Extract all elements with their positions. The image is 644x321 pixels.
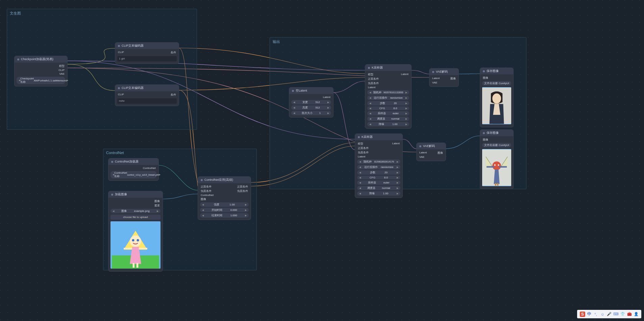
node-title[interactable]: ControlNet应用(高级) [198, 177, 251, 183]
output-mask[interactable]: 遮罩 [154, 204, 160, 207]
node-title[interactable]: 加载图像 [108, 191, 163, 198]
field-cfg[interactable]: ◀CFG8.0▶ [357, 176, 400, 179]
output-latent[interactable]: Latent [401, 73, 408, 76]
node-empty-latent[interactable]: 空Latent Latent ◀宽度512▶ ◀高度512▶ ◀批次大小1▶ [289, 87, 333, 118]
input-latent[interactable]: Latent [432, 77, 440, 80]
field-image-file[interactable]: ◀ 图像 example.png ▶ [110, 209, 160, 213]
field-cfg[interactable]: ◀CFG8.0▶ [367, 106, 409, 110]
field-seed[interactable]: ◀随机种963578161132850▶ [367, 90, 409, 95]
field-denoise[interactable]: ◀降噪1.00▶ [367, 122, 409, 126]
field-seed[interactable]: ◀随机种815902852614176▶ [357, 159, 400, 164]
input-image[interactable]: 图像 [483, 138, 488, 142]
field-prefix[interactable]: 文件名前缀ComfyUI [482, 143, 511, 147]
node-title[interactable]: 空Latent [289, 88, 333, 94]
node-title[interactable]: VAE解码 [417, 143, 446, 149]
input-model[interactable]: 模型 [368, 73, 373, 76]
node-title[interactable]: K采样器 [365, 65, 411, 71]
field-strength[interactable]: ◀强度1.00▶ [200, 202, 249, 207]
ime-voice-icon[interactable]: 🎤 [607, 312, 612, 317]
field-start[interactable]: ◀开始时间0.000▶ [200, 208, 249, 212]
ime-skin-icon[interactable]: 👕 [620, 312, 625, 317]
prompt-textarea[interactable]: nsfw [117, 98, 177, 104]
prompt-textarea[interactable]: 1 girl [117, 56, 177, 61]
output-image[interactable]: 图像 [438, 151, 443, 155]
node-title[interactable]: 保存图像 [480, 68, 513, 74]
input-vae[interactable]: VAE [419, 155, 424, 158]
input-positive[interactable]: 正面条件 [201, 185, 212, 189]
input-controlnet[interactable]: ControlNet [201, 194, 214, 197]
field-width[interactable]: ◀宽度512▶ [291, 100, 331, 104]
input-positive[interactable]: 正面条件 [358, 146, 369, 150]
node-save-image-2[interactable]: 保存图像 图像 文件名前缀ComfyUI [480, 129, 514, 189]
input-negative[interactable]: 负面条件 [358, 151, 369, 154]
ime-punct-icon[interactable]: °, [593, 312, 598, 317]
node-checkpoint-loader[interactable]: Checkpoint加载器(简易) 模型 CLIP VAE ◀ Checkpoi… [14, 56, 68, 87]
field-sampler[interactable]: ◀采样器euler▶ [357, 180, 400, 185]
node-vae-decode-1[interactable]: VAE解码 Latent图像 VAE [429, 68, 459, 87]
output-conditioning[interactable]: 条件 [171, 51, 176, 54]
input-latent[interactable]: Latent [358, 155, 365, 158]
input-clip[interactable]: CLIP [118, 93, 124, 97]
input-negative[interactable]: 负面条件 [201, 189, 212, 193]
input-latent[interactable]: Latent [419, 151, 427, 155]
output-controlnet[interactable]: ControlNet [143, 167, 156, 170]
node-controlnet-apply[interactable]: ControlNet应用(高级) 正面条件正面条件 负面条件负面条件 Contr… [198, 176, 251, 220]
output-negative[interactable]: 负面条件 [237, 189, 248, 193]
input-latent[interactable]: Latent [368, 86, 375, 89]
node-title[interactable]: VAE解码 [429, 69, 459, 75]
field-controlnet-name[interactable]: ◀ ControlNet名称 control_v11p_sd15_lineart… [110, 171, 156, 178]
node-load-image[interactable]: 加载图像 图像 遮罩 ◀ 图像 example.png ▶ choose fil… [108, 191, 163, 272]
ime-user-icon[interactable]: 👤 [634, 312, 639, 317]
field-sampler[interactable]: ◀采样器euler▶ [367, 111, 409, 116]
input-image[interactable]: 图像 [483, 76, 488, 80]
input-negative[interactable]: 负面条件 [368, 81, 379, 85]
ime-toolbar[interactable]: S 中 °, ☺ 🎤 ⌨ 👕 🧰 👤 [577, 310, 641, 318]
node-title[interactable]: Checkpoint加载器(简易) [15, 56, 67, 63]
field-batch[interactable]: ◀批次大小1▶ [291, 111, 331, 115]
ime-lang-label[interactable]: 中 [587, 311, 591, 317]
field-prefix[interactable]: 文件名前缀ComfyUI [482, 81, 511, 85]
node-clip-encoder-positive[interactable]: CLIP文本编码器 CLIP 条件 1 girl [115, 42, 179, 64]
field-steps[interactable]: ◀步数20▶ [357, 170, 400, 175]
field-scheduler[interactable]: ◀调度器normal▶ [357, 186, 400, 190]
field-height[interactable]: ◀高度512▶ [291, 105, 331, 110]
input-vae[interactable]: VAE [432, 81, 437, 84]
node-save-image-1[interactable]: 保存图像 图像 文件名前缀ComfyUI [480, 68, 514, 127]
node-controlnet-loader[interactable]: ControlNet加载器 ControlNet ◀ ControlNet名称 … [108, 158, 159, 181]
field-control[interactable]: ◀运行后操作randomize▶ [367, 96, 409, 100]
node-ksampler-1[interactable]: K采样器 模型Latent 正面条件 负面条件 Latent ◀随机种96357… [365, 64, 412, 129]
output-latent[interactable]: Latent [323, 96, 330, 99]
node-vae-decode-2[interactable]: VAE解码 Latent图像 VAE [416, 143, 446, 161]
field-end[interactable]: ◀结束时间1.000▶ [200, 213, 249, 218]
field-control[interactable]: ◀运行后操作randomize▶ [357, 165, 400, 169]
ime-toolbox-icon[interactable]: 🧰 [627, 312, 632, 317]
node-title[interactable]: ControlNet加载器 [108, 158, 158, 165]
output-positive[interactable]: 正面条件 [237, 185, 248, 189]
field-ckpt-name[interactable]: ◀ Checkpoint名称 AWPortraitv1.1.safetensor… [17, 77, 65, 84]
field-denoise[interactable]: ◀降噪1.00▶ [357, 191, 400, 196]
input-clip[interactable]: CLIP [118, 51, 124, 54]
node-title[interactable]: CLIP文本编码器 [115, 85, 179, 91]
node-ksampler-2[interactable]: K采样器 模型Latent 正面条件 负面条件 Latent ◀随机种81590… [355, 133, 403, 198]
output-vae[interactable]: VAE [59, 72, 65, 75]
input-model[interactable]: 模型 [358, 142, 363, 146]
output-clip[interactable]: CLIP [58, 69, 65, 72]
node-title[interactable]: K采样器 [355, 134, 402, 140]
output-image[interactable]: 图像 [154, 199, 160, 203]
svg-point-4 [130, 236, 141, 247]
output-conditioning[interactable]: 条件 [171, 93, 176, 97]
output-model[interactable]: 模型 [59, 64, 65, 68]
field-steps[interactable]: ◀步数20▶ [367, 101, 409, 105]
node-title[interactable]: 保存图像 [480, 130, 513, 136]
node-title[interactable]: CLIP文本编码器 [115, 43, 179, 49]
ime-emoji-icon[interactable]: ☺ [600, 312, 605, 317]
input-positive[interactable]: 正面条件 [368, 77, 379, 81]
output-latent[interactable]: Latent [392, 142, 400, 146]
input-image[interactable]: 图像 [201, 197, 206, 201]
field-scheduler[interactable]: ◀调度器normal▶ [367, 117, 409, 121]
node-clip-encoder-negative[interactable]: CLIP文本编码器 CLIP 条件 nsfw [115, 84, 179, 106]
upload-button[interactable]: choose file to upload [110, 215, 160, 220]
ime-keyboard-icon[interactable]: ⌨ [614, 312, 618, 317]
ime-logo-icon[interactable]: S [580, 312, 585, 317]
output-image[interactable]: 图像 [450, 77, 456, 80]
